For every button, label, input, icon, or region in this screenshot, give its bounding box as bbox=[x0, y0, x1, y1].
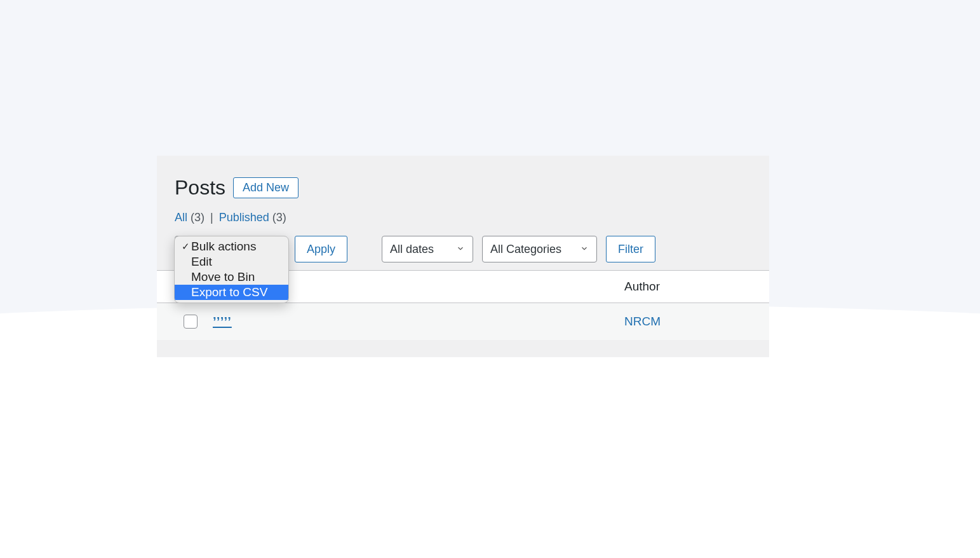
bulk-actions-dropdown: ✓ Bulk actions Edit Move to Bin Export t… bbox=[174, 236, 289, 303]
column-author-header: Author bbox=[624, 280, 751, 294]
bulk-option-label: Export to CSV bbox=[191, 285, 267, 299]
row-checkbox[interactable] bbox=[184, 315, 198, 329]
posts-admin-panel: Posts Add New All (3) | Published (3) ✓ … bbox=[157, 156, 769, 357]
status-filter-bar: All (3) | Published (3) bbox=[157, 211, 769, 236]
bulk-option-label: Bulk actions bbox=[191, 240, 256, 254]
filter-all-link[interactable]: All bbox=[175, 211, 187, 224]
panel-header: Posts Add New bbox=[157, 156, 769, 211]
add-new-button[interactable]: Add New bbox=[233, 177, 299, 198]
filter-published-link[interactable]: Published bbox=[219, 211, 269, 224]
row-author-cell: NRCM bbox=[624, 315, 751, 329]
row-author-link[interactable]: NRCM bbox=[624, 315, 661, 328]
categories-select[interactable]: All Categories bbox=[482, 236, 597, 262]
filter-all-count: (3) bbox=[191, 211, 205, 224]
apply-button[interactable]: Apply bbox=[295, 236, 347, 262]
chevron-down-icon bbox=[456, 243, 465, 256]
bulk-option-export-to-csv[interactable]: Export to CSV bbox=[175, 285, 288, 300]
bulk-option-move-to-bin[interactable]: Move to Bin bbox=[175, 269, 288, 285]
bulk-option-label: Move to Bin bbox=[191, 270, 255, 284]
chevron-down-icon bbox=[580, 243, 589, 256]
table-row: ’’’’’ NRCM bbox=[157, 303, 769, 340]
bulk-option-label: Edit bbox=[191, 255, 212, 269]
page-title: Posts bbox=[175, 176, 225, 200]
row-title-link[interactable]: ’’’’’ bbox=[213, 315, 232, 329]
check-icon: ✓ bbox=[180, 241, 191, 252]
categories-select-label: All Categories bbox=[490, 243, 561, 256]
bulk-option-edit[interactable]: Edit bbox=[175, 254, 288, 269]
toolbar: ✓ Bulk actions Edit Move to Bin Export t… bbox=[157, 236, 769, 270]
filter-button[interactable]: Filter bbox=[606, 236, 655, 262]
bulk-actions-wrapper: ✓ Bulk actions Edit Move to Bin Export t… bbox=[175, 236, 286, 262]
row-title-cell: ’’’’’ bbox=[175, 315, 624, 329]
bulk-option-bulk-actions[interactable]: ✓ Bulk actions bbox=[175, 239, 288, 254]
dates-select-label: All dates bbox=[390, 243, 434, 256]
filter-separator: | bbox=[210, 211, 217, 224]
filter-published-count: (3) bbox=[272, 211, 286, 224]
dates-select[interactable]: All dates bbox=[382, 236, 473, 262]
